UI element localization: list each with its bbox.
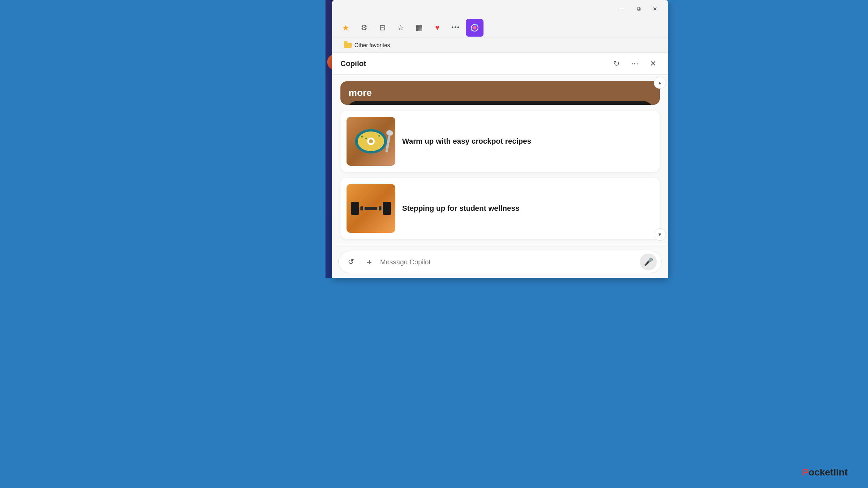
close-button[interactable]: ✕ (647, 3, 663, 15)
more-btn[interactable]: ••• (448, 20, 464, 36)
folder-icon (344, 43, 352, 48)
copilot-header: Copilot ↻ ⋯ ✕ (332, 53, 668, 75)
pocketlint-watermark: Pocketlint (802, 467, 848, 478)
maximize-button[interactable]: ⧉ (631, 3, 646, 15)
main-content-area: Copilot ↻ ⋯ ✕ more (332, 53, 668, 278)
wellness-text: Stepping up for student wellness (402, 203, 519, 214)
copilot-panel: Copilot ↻ ⋯ ✕ more (332, 53, 668, 278)
notes-icon-btn[interactable]: ☆ (393, 20, 409, 36)
minimize-button[interactable]: — (614, 3, 630, 15)
window-controls: — ⧉ ✕ (614, 3, 663, 15)
crockpot-text: Warm up with easy crockpot recipes (402, 136, 531, 146)
copilot-refresh-btn[interactable]: ↻ (610, 57, 623, 70)
pocketlint-p: P (802, 467, 809, 477)
message-bar: ↺ + 🎤 (338, 251, 662, 273)
copilot-more-btn[interactable]: ⋯ (628, 57, 642, 70)
message-mic-btn[interactable]: 🎤 (640, 253, 657, 270)
play-now-card[interactable]: more Play Now (340, 81, 660, 105)
other-favorites-item[interactable]: Other favorites (341, 41, 393, 50)
title-bar: — ⧉ ✕ (332, 0, 668, 18)
message-input-area: ↺ + 🎤 (332, 246, 668, 278)
play-now-title: more (340, 81, 660, 101)
favorites-bar: Other favorites (332, 38, 668, 53)
scroll-down-arrow[interactable]: ▼ (654, 228, 666, 241)
copilot-icon-btn[interactable] (466, 19, 484, 37)
heart-btn[interactable]: ♥ (429, 20, 446, 36)
wellness-image (347, 184, 395, 233)
svg-point-1 (473, 26, 476, 29)
browser-window: — ⧉ ✕ ★ ⚙ ⊟ ☆ ▦ ♥ ••• (332, 0, 668, 278)
message-add-btn[interactable]: + (362, 255, 377, 269)
scroll-up-arrow[interactable]: ▲ (654, 77, 666, 89)
tab-grid-btn[interactable]: ▦ (411, 20, 427, 36)
message-input[interactable] (380, 258, 636, 266)
message-history-btn[interactable]: ↺ (343, 255, 358, 269)
favorites-icon-btn[interactable]: ★ (338, 20, 354, 36)
play-now-button[interactable]: Play Now (347, 101, 653, 105)
crockpot-card[interactable]: Warm up with easy crockpot recipes (340, 111, 660, 172)
toolbar: ★ ⚙ ⊟ ☆ ▦ ♥ ••• (332, 18, 668, 38)
copilot-scroll-content[interactable]: more Play Now (332, 75, 668, 246)
collections-icon-btn[interactable]: ⚙ (356, 20, 372, 36)
reader-icon-btn[interactable]: ⊟ (374, 20, 391, 36)
copilot-close-btn[interactable]: ✕ (646, 57, 660, 70)
copilot-title: Copilot (340, 59, 605, 68)
other-favorites-label: Other favorites (354, 42, 390, 48)
wellness-card[interactable]: Stepping up for student wellness (340, 178, 660, 239)
crockpot-image (347, 117, 395, 166)
